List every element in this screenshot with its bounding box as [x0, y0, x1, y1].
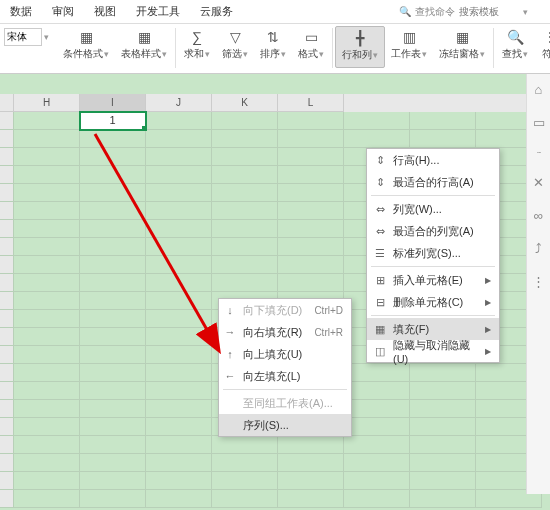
font-select[interactable] — [4, 28, 42, 46]
cell[interactable] — [146, 112, 212, 130]
cell[interactable] — [212, 436, 278, 454]
menu-item[interactable]: ←向左填充(L) — [219, 365, 351, 387]
cell[interactable] — [410, 382, 476, 400]
cell[interactable] — [14, 166, 80, 184]
cell[interactable] — [14, 256, 80, 274]
cell[interactable] — [278, 238, 344, 256]
cell[interactable] — [344, 130, 410, 148]
cell[interactable] — [344, 454, 410, 472]
cell[interactable] — [80, 472, 146, 490]
cell[interactable] — [80, 220, 146, 238]
ribbon-symbol[interactable]: ⋮符▾ — [534, 26, 550, 68]
cell[interactable] — [410, 472, 476, 490]
ribbon-freeze[interactable]: ▦冻结窗格▾ — [433, 26, 491, 68]
cell[interactable] — [14, 202, 80, 220]
cell[interactable] — [212, 202, 278, 220]
ribbon-cond-format[interactable]: ▦条件格式▾ — [57, 26, 115, 68]
chevron-down-icon[interactable]: ▾ — [44, 32, 49, 42]
cell[interactable] — [344, 400, 410, 418]
cell[interactable] — [80, 436, 146, 454]
cell[interactable] — [80, 184, 146, 202]
cell[interactable] — [278, 490, 344, 508]
cell[interactable]: 1 — [80, 112, 146, 130]
cell[interactable] — [344, 418, 410, 436]
col-header[interactable]: L — [278, 94, 344, 112]
cell[interactable] — [80, 418, 146, 436]
cell[interactable] — [146, 238, 212, 256]
cell[interactable] — [80, 364, 146, 382]
cell[interactable] — [278, 256, 344, 274]
ribbon-find[interactable]: 🔍查找▾ — [496, 26, 534, 68]
cell[interactable] — [14, 292, 80, 310]
cell[interactable] — [146, 130, 212, 148]
cell[interactable] — [278, 274, 344, 292]
tab-review[interactable]: 审阅 — [42, 0, 84, 23]
ribbon-table-style[interactable]: ▦表格样式▾ — [115, 26, 173, 68]
cell[interactable] — [14, 310, 80, 328]
cell[interactable] — [212, 112, 278, 130]
cell[interactable] — [278, 166, 344, 184]
cell[interactable] — [146, 472, 212, 490]
menu-item[interactable]: →向右填充(R)Ctrl+R — [219, 321, 351, 343]
cell[interactable] — [14, 148, 80, 166]
cell[interactable] — [212, 256, 278, 274]
cell[interactable] — [14, 130, 80, 148]
col-header[interactable]: K — [212, 94, 278, 112]
side-icon[interactable]: ··· — [537, 148, 541, 157]
cell[interactable] — [344, 364, 410, 382]
cell[interactable] — [278, 148, 344, 166]
cell[interactable] — [146, 148, 212, 166]
cell[interactable] — [410, 400, 476, 418]
search-input[interactable] — [459, 6, 519, 17]
cell[interactable] — [344, 436, 410, 454]
cell[interactable] — [80, 490, 146, 508]
cell[interactable] — [410, 490, 476, 508]
menu-item[interactable]: ⊟删除单元格(C)▶ — [367, 291, 499, 313]
cell[interactable] — [14, 346, 80, 364]
cell[interactable] — [80, 130, 146, 148]
chevron-down-icon[interactable]: ▾ — [523, 7, 528, 17]
cell[interactable] — [278, 202, 344, 220]
cell[interactable] — [212, 454, 278, 472]
cell[interactable] — [146, 166, 212, 184]
ribbon-worksheet[interactable]: ▥工作表▾ — [385, 26, 433, 68]
menu-item[interactable]: ⇔列宽(W)... — [367, 198, 499, 220]
cell[interactable] — [14, 184, 80, 202]
cell[interactable] — [146, 490, 212, 508]
cell[interactable] — [80, 166, 146, 184]
cell[interactable] — [278, 184, 344, 202]
cell[interactable] — [278, 436, 344, 454]
cell[interactable] — [146, 310, 212, 328]
side-icon[interactable]: ▭ — [533, 115, 545, 130]
menu-item[interactable]: ⇔最适合的列宽(A) — [367, 220, 499, 242]
cell[interactable] — [344, 382, 410, 400]
cell[interactable] — [212, 220, 278, 238]
menu-item[interactable]: ↑向上填充(U) — [219, 343, 351, 365]
cell[interactable] — [212, 274, 278, 292]
cell[interactable] — [146, 220, 212, 238]
col-header[interactable]: I — [80, 94, 146, 112]
cell[interactable] — [146, 256, 212, 274]
ribbon-sum[interactable]: ∑求和▾ — [178, 26, 216, 68]
side-icon[interactable]: ⌂ — [535, 82, 543, 97]
cell[interactable] — [212, 472, 278, 490]
side-icon[interactable]: ✕ — [533, 175, 544, 190]
cell[interactable] — [146, 364, 212, 382]
cell[interactable] — [278, 472, 344, 490]
cell[interactable] — [80, 148, 146, 166]
cell[interactable] — [146, 418, 212, 436]
ribbon-format[interactable]: ▭格式▾ — [292, 26, 330, 68]
cell[interactable] — [278, 454, 344, 472]
menu-item[interactable]: ☰标准列宽(S)... — [367, 242, 499, 264]
cell[interactable] — [80, 202, 146, 220]
ribbon-sort[interactable]: ⇅排序▾ — [254, 26, 292, 68]
cell[interactable] — [14, 472, 80, 490]
menu-item[interactable]: ⊞插入单元格(E)▶ — [367, 269, 499, 291]
cell[interactable] — [278, 220, 344, 238]
cell[interactable] — [410, 364, 476, 382]
cell[interactable] — [80, 292, 146, 310]
cell[interactable] — [14, 328, 80, 346]
cell[interactable] — [146, 454, 212, 472]
tab-cloud[interactable]: 云服务 — [190, 0, 243, 23]
tab-data[interactable]: 数据 — [0, 0, 42, 23]
